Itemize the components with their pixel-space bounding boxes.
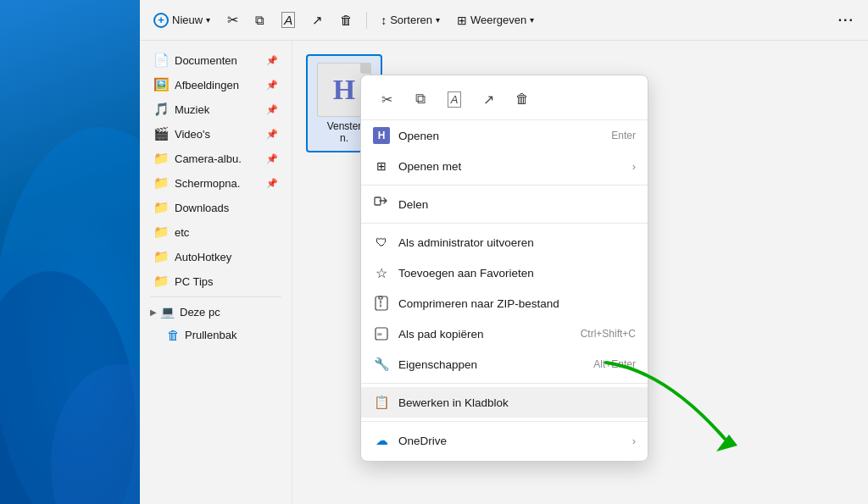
sidebar-item-label: Schermopna. <box>175 177 240 190</box>
ctx-share-icon: ↗ <box>483 91 494 108</box>
sidebar-item-videos[interactable]: 🎬 Video's 📌 <box>143 122 288 146</box>
sidebar-item-muziek[interactable]: 🎵 Muziek 📌 <box>143 97 288 121</box>
ctx-copy-icon: ⧉ <box>415 91 426 108</box>
sidebar-item-etc[interactable]: 📁 etc <box>143 220 288 244</box>
file-area: H Venstern. ✂ ⧉ A <box>292 41 868 504</box>
more-button[interactable]: ··· <box>832 8 861 32</box>
svg-text:⌨: ⌨ <box>377 330 382 339</box>
rename-button[interactable]: A <box>275 8 302 32</box>
view-chevron: ▾ <box>530 15 534 25</box>
folder-icon: 📁 <box>153 151 170 166</box>
ctx-separator-3 <box>361 383 648 384</box>
share-button[interactable]: ↗ <box>305 8 330 32</box>
ctx-onedrive-icon: ☁ <box>373 432 390 449</box>
ctx-openen-icon: H <box>373 127 390 144</box>
sidebar-separator <box>150 296 281 297</box>
context-toolbar: ✂ ⧉ A ↗ 🗑 <box>361 80 648 120</box>
ctx-openen-label: Openen <box>398 130 603 142</box>
sort-label: Sorteren <box>390 14 432 26</box>
recycle-icon: 🗑 <box>167 328 180 342</box>
cut-button[interactable]: ✂ <box>220 8 245 32</box>
svg-marker-8 <box>716 435 737 451</box>
ctx-pad-shortcut: Ctrl+Shift+C <box>581 328 636 340</box>
copy-icon: ⧉ <box>255 13 264 28</box>
sidebar-item-label: PC Tips <box>175 275 214 288</box>
svg-rect-5 <box>379 296 382 299</box>
toolbar-separator-1 <box>366 12 367 29</box>
sidebar-item-prullenbak[interactable]: 🗑 Prullenbak <box>143 324 288 346</box>
ctx-admin-label: Als administrator uitvoeren <box>398 236 636 249</box>
pin-icon: 📌 <box>266 129 278 140</box>
music-icon: 🎵 <box>153 102 170 117</box>
ctx-copy-button[interactable]: ⧉ <box>405 86 436 113</box>
ctx-kladblok-label: Bewerken in Kladblok <box>398 396 636 409</box>
folder-icon: 📁 <box>153 200 170 215</box>
rename-icon: A <box>281 12 295 28</box>
delete-icon: 🗑 <box>340 13 353 27</box>
ctx-kladblok-icon: 📋 <box>373 394 390 411</box>
ctx-delen-label: Delen <box>398 198 636 211</box>
sidebar-item-downloads[interactable]: 📁 Downloads <box>143 196 288 219</box>
sort-chevron: ▾ <box>436 15 440 25</box>
view-button[interactable]: ⊞ Weergeven ▾ <box>450 9 541 31</box>
ctx-zip-icon <box>373 295 390 312</box>
ctx-rename-button[interactable]: A <box>439 86 470 113</box>
delete-button[interactable]: 🗑 <box>333 8 359 31</box>
ctx-cut-icon: ✂ <box>381 91 392 108</box>
document-icon: 📄 <box>153 53 170 68</box>
ctx-item-delen[interactable]: Delen <box>361 189 648 219</box>
copy-button[interactable]: ⧉ <box>248 8 271 32</box>
file-explorer: + Nieuw ▾ ✂ ⧉ A ↗ 🗑 ↕ Sorteren ▾ ⊞ Weerg… <box>140 0 868 504</box>
sidebar-item-documenten[interactable]: 📄 Documenten 📌 <box>143 48 288 72</box>
context-menu: ✂ ⧉ A ↗ 🗑 H <box>360 75 648 462</box>
sidebar-item-afbeeldingen[interactable]: 🖼️ Afbeeldingen 📌 <box>143 73 288 97</box>
sidebar-item-label: Downloads <box>175 202 229 214</box>
file-name-label: Venstern. <box>327 120 362 144</box>
chevron-right-icon: ▶ <box>150 307 157 317</box>
view-icon: ⊞ <box>457 14 467 27</box>
sidebar-item-label: Camera-albu. <box>175 152 242 165</box>
ctx-item-onedrive[interactable]: ☁ OneDrive › <box>361 425 648 456</box>
folder-icon: 📁 <box>153 274 170 289</box>
sort-button[interactable]: ↕ Sorteren ▾ <box>374 9 447 31</box>
ctx-eigenschappen-label: Eigenschappen <box>398 358 585 371</box>
prullenbak-label: Prullenbak <box>185 329 236 341</box>
ctx-item-openen-met[interactable]: ⊞ Openen met › <box>361 151 648 181</box>
ctx-delete-button[interactable]: 🗑 <box>507 86 537 113</box>
ctx-openen-shortcut: Enter <box>611 130 636 141</box>
new-label: Nieuw <box>172 14 203 26</box>
ctx-delete-icon: 🗑 <box>515 91 529 107</box>
sidebar-item-autohotkey[interactable]: 📁 AutoHotkey <box>143 245 288 269</box>
ctx-item-favoriet[interactable]: ☆ Toevoegen aan Favorieten <box>361 258 648 288</box>
ctx-item-zip[interactable]: Comprimeren naar ZIP-bestand <box>361 288 648 318</box>
content-area: 📄 Documenten 📌 🖼️ Afbeeldingen 📌 🎵 Muzie… <box>140 41 868 504</box>
sidebar-item-label: etc <box>175 226 189 239</box>
view-label: Weergeven <box>470 14 526 26</box>
sidebar-item-label: AutoHotkey <box>175 251 231 263</box>
onedrive-arrow-icon: › <box>632 435 636 447</box>
ctx-favoriet-label: Toevoegen aan Favorieten <box>398 267 636 280</box>
ctx-item-kladblok[interactable]: 📋 Bewerken in Kladblok <box>361 387 648 418</box>
ctx-share-button[interactable]: ↗ <box>473 86 504 113</box>
new-button[interactable]: + Nieuw ▾ <box>147 8 217 32</box>
new-icon: + <box>153 13 169 28</box>
sidebar-item-pctips[interactable]: 📁 PC Tips <box>143 269 288 293</box>
sidebar-item-label: Muziek <box>175 103 209 116</box>
folder-icon: 📁 <box>153 249 170 264</box>
ctx-pad-icon: ⌨ <box>373 325 390 342</box>
sidebar-item-deze-pc[interactable]: ▶ 💻 Deze pc <box>143 301 288 323</box>
ctx-item-admin[interactable]: 🛡 Als administrator uitvoeren <box>361 227 648 258</box>
ctx-item-eigenschappen[interactable]: 🔧 Eigenschappen Alt+Enter <box>361 349 648 379</box>
ctx-item-openen[interactable]: H Openen Enter <box>361 120 648 151</box>
folder-icon: 📁 <box>153 224 170 240</box>
sidebar-item-camera[interactable]: 📁 Camera-albu. 📌 <box>143 147 288 170</box>
ctx-cut-button[interactable]: ✂ <box>371 86 402 113</box>
ctx-item-pad[interactable]: ⌨ Als pad kopiëren Ctrl+Shift+C <box>361 318 648 349</box>
new-chevron: ▾ <box>206 15 210 25</box>
sidebar-item-schermopname[interactable]: 📁 Schermopna. 📌 <box>143 171 288 195</box>
video-icon: 🎬 <box>153 126 170 141</box>
ctx-openen-met-label: Openen met <box>398 160 624 173</box>
ctx-separator-4 <box>361 421 648 422</box>
file-type-letter: H <box>333 74 355 106</box>
sidebar-item-label: Afbeeldingen <box>175 79 239 91</box>
